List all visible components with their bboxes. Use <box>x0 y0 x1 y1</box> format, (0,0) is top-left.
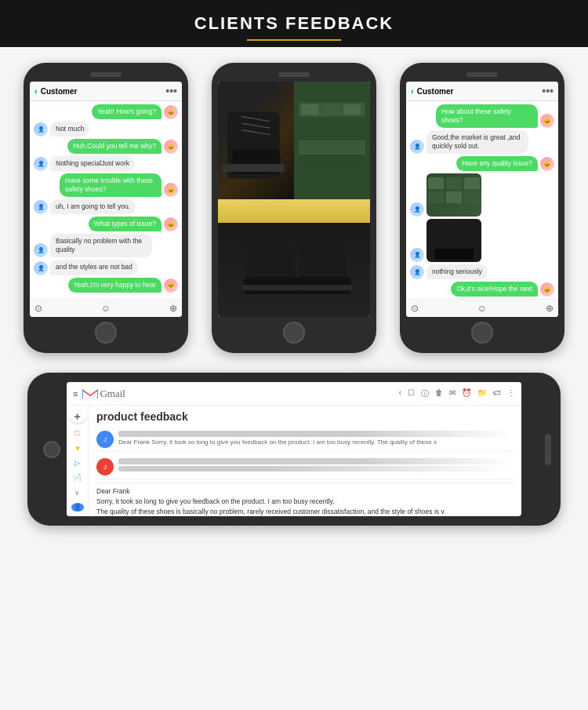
bubble: Basically no problem with the quality <box>50 234 152 257</box>
tag-icon[interactable]: 🏷 <box>493 388 501 399</box>
emoji-icon[interactable]: ☺ <box>101 303 111 314</box>
chat-footer-1: ⊙ ☺ ⊕ <box>30 299 182 317</box>
sidebar-doc-icon[interactable]: 📄 <box>71 473 84 482</box>
back-icon-3[interactable]: ‹ <box>411 86 414 96</box>
msg-row: 👤 uh, I am going to tell you. <box>34 199 178 214</box>
email-letter-body: Dear Frank Sorry, it took so long to giv… <box>96 482 514 516</box>
avatar: 🐱 <box>540 282 554 297</box>
gmail-sidebar: + □ ★ ▷ 📄 ∨ 👤 <box>67 406 89 516</box>
chat-footer-3: ⊙ ☺ ⊕ <box>406 299 558 317</box>
avatar: 🐱 <box>164 217 178 231</box>
bubble: nothing seriously <box>426 264 488 279</box>
more-icon[interactable]: ⋮ <box>507 388 515 399</box>
bubble: Nothing specialJust work <box>50 156 135 171</box>
avatar: 👤 <box>410 202 424 217</box>
msg-row: 🐱 Yeah! How's going? <box>34 104 178 119</box>
letter-line-1: Dear Frank <box>96 486 514 497</box>
phone-home-button-1[interactable] <box>95 322 117 344</box>
bubble: How about these safety shoes? <box>436 104 538 128</box>
svg-rect-2 <box>223 164 285 172</box>
sidebar-send-icon[interactable]: ▷ <box>71 459 84 468</box>
msg-row: 🐱 Huh,Could you tell me why? <box>34 139 178 154</box>
msg-row: 👤 Good,the market is great ,and quickly … <box>410 130 554 154</box>
email-sender-1 <box>118 431 514 437</box>
svg-rect-10 <box>302 104 319 115</box>
delete-icon[interactable]: 🗑 <box>435 388 443 399</box>
avatar: 👤 <box>34 157 48 171</box>
hamburger-icon[interactable]: ≡ <box>73 389 78 399</box>
main-content: ‹ Customer ••• 🐱 Yeah! How's going? 👤 No… <box>0 47 588 710</box>
svg-rect-21 <box>428 177 444 189</box>
svg-rect-22 <box>446 177 462 189</box>
bubble: Have any quality issue? <box>456 156 538 171</box>
avatar: 👤 <box>410 140 424 154</box>
msg-row: 🐱 How about these safety shoes? <box>410 104 554 128</box>
letter-line-2: Sorry, it took so long to give you feedb… <box>96 497 514 507</box>
svg-rect-23 <box>464 177 480 189</box>
svg-rect-16 <box>241 285 300 290</box>
clock-icon[interactable]: ⏰ <box>462 388 471 399</box>
phone-home-button-3[interactable] <box>471 322 493 344</box>
info-icon[interactable]: ⓘ <box>421 388 429 399</box>
archive-icon[interactable]: ☐ <box>408 388 415 399</box>
gmail-toolbar: ≡ Gmail ‹ ☐ ⓘ 🗑 <box>67 382 521 406</box>
mail-icon[interactable]: ✉ <box>449 388 456 399</box>
sidebar-star-icon[interactable]: ★ <box>71 444 84 453</box>
add-icon[interactable]: ⊕ <box>169 303 177 314</box>
msg-row: 👤 nothing seriously <box>410 264 554 279</box>
bubble: Yeah! How's going? <box>92 104 162 119</box>
email-item-1[interactable]: J Dear Frank Sorry, it took so long to g… <box>96 428 514 452</box>
folder-icon[interactable]: 📁 <box>477 388 487 399</box>
back-toolbar-icon[interactable]: ‹ <box>399 388 401 399</box>
avatar: 👤 <box>410 248 424 262</box>
msg-row: 🐱 Have some trouble with these safety sh… <box>34 173 178 197</box>
chat-header-1: ‹ Customer ••• <box>30 82 182 101</box>
phone-speaker-1 <box>90 72 122 77</box>
boot-image-top-left <box>218 82 294 199</box>
svg-rect-9 <box>299 159 365 173</box>
voice-icon[interactable]: ⊙ <box>34 303 42 314</box>
chat-name-3: Customer <box>417 87 543 96</box>
back-icon-1[interactable]: ‹ <box>34 86 38 96</box>
chat-dots-1[interactable]: ••• <box>165 85 177 97</box>
bubble: Not much <box>50 122 89 137</box>
emoji-icon-3[interactable]: ☺ <box>477 303 487 314</box>
bubble: Huh,Could you tell me why? <box>67 139 162 154</box>
phone-2 <box>212 63 376 353</box>
sidebar-inbox-icon[interactable]: □ <box>71 429 84 438</box>
email-sender-2 <box>118 458 514 464</box>
sidebar-more-icon[interactable]: ∨ <box>71 488 84 497</box>
landscape-screen: ≡ Gmail ‹ ☐ ⓘ 🗑 <box>67 382 521 516</box>
email-avatar-1: J <box>96 431 114 448</box>
letter-line-3: The quality of these shoes is basically … <box>96 507 514 517</box>
svg-rect-25 <box>446 191 462 203</box>
email-item-2[interactable]: J <box>96 455 514 479</box>
compose-button[interactable]: + <box>69 410 86 423</box>
chat-header-3: ‹ Customer ••• <box>406 82 558 101</box>
add-icon-3[interactable]: ⊕ <box>546 303 554 314</box>
avatar: 👤 <box>34 261 48 275</box>
phone-screen-1: ‹ Customer ••• 🐱 Yeah! How's going? 👤 No… <box>30 82 182 317</box>
avatar: 👤 <box>34 122 48 137</box>
page-title: CLIENTS FEEDBACK <box>194 13 394 34</box>
bubble: Have some trouble with these safety shoe… <box>60 173 162 197</box>
front-camera <box>43 441 60 458</box>
avatar: 🐱 <box>164 183 178 197</box>
gmail-text: Gmail <box>100 388 125 400</box>
avatar: 👤 <box>34 200 48 214</box>
avatar: 🐱 <box>164 105 178 119</box>
msg-row: 🐱 Ok,it's nice!Hope the next <box>410 282 554 297</box>
avatar: 🐱 <box>540 114 554 128</box>
boot-image-top-right <box>294 82 370 199</box>
phone-home-button-2[interactable] <box>283 322 305 344</box>
bubble: and the styles are not bad <box>50 260 138 275</box>
sidebar-user-icon[interactable]: 👤 <box>71 503 84 512</box>
boot-image-bottom <box>218 199 370 317</box>
chat-dots-3[interactable]: ••• <box>542 85 554 97</box>
email-preview-1: Dear Frank Sorry, it took so long to giv… <box>118 439 514 446</box>
svg-rect-26 <box>464 191 480 203</box>
side-button <box>545 434 551 465</box>
voice-icon-3[interactable]: ⊙ <box>411 303 419 314</box>
svg-rect-8 <box>299 140 365 155</box>
msg-row: 👤 Nothing specialJust work <box>34 156 178 171</box>
